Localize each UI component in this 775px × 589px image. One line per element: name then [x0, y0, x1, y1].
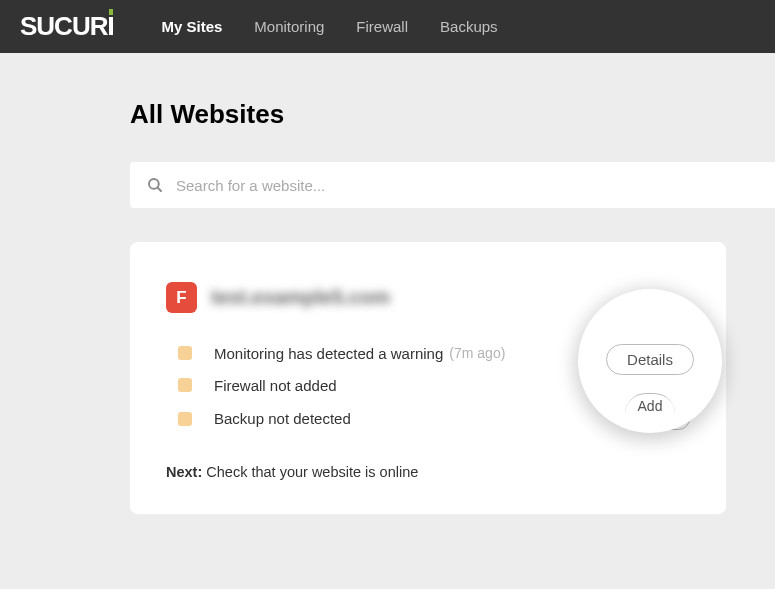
search-input[interactable]: [176, 177, 775, 194]
add-button-highlight[interactable]: Add: [625, 393, 675, 414]
grade-letter: F: [176, 288, 186, 308]
brand-logo[interactable]: SUCUR: [20, 11, 113, 42]
warning-dot-icon: [178, 346, 192, 360]
svg-line-1: [157, 187, 161, 191]
status-text: Monitoring has detected a warning: [214, 345, 443, 362]
page-title: All Websites: [130, 99, 739, 130]
highlight-circle: Details Add: [578, 289, 722, 433]
warning-dot-icon: [178, 378, 192, 392]
brand-accent-i-icon: [109, 17, 113, 35]
warning-dot-icon: [178, 412, 192, 426]
next-text: Check that your website is online: [206, 464, 418, 480]
nav-backups[interactable]: Backups: [440, 18, 498, 35]
top-nav: SUCUR My Sites Monitoring Firewall Backu…: [0, 0, 775, 53]
nav-my-sites[interactable]: My Sites: [161, 18, 222, 35]
status-text: Backup not detected: [214, 410, 351, 427]
brand-name: SUCUR: [20, 11, 107, 42]
page-content: All Websites F test.example5.com Monitor…: [0, 53, 775, 514]
nav-firewall[interactable]: Firewall: [356, 18, 408, 35]
site-domain[interactable]: test.example5.com: [211, 286, 390, 309]
primary-nav: My Sites Monitoring Firewall Backups: [161, 18, 497, 35]
search-icon: [146, 176, 164, 194]
status-ago: (7m ago): [449, 345, 505, 361]
status-text: Firewall not added: [214, 377, 337, 394]
next-line: Next: Check that your website is online: [166, 464, 690, 480]
next-label: Next:: [166, 464, 202, 480]
nav-monitoring[interactable]: Monitoring: [254, 18, 324, 35]
details-button-highlight[interactable]: Details: [606, 344, 694, 375]
grade-badge: F: [166, 282, 197, 313]
search-bar[interactable]: [130, 162, 775, 208]
